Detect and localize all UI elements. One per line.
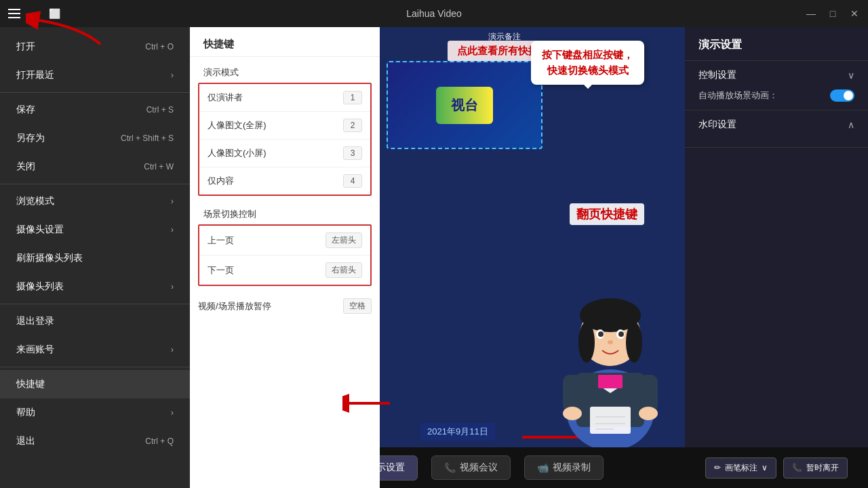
video-area: 演示备注 点此查看所有快捷方式 视台 按下键盘相应按键，快速切换镜头模式 翻页快… xyxy=(380,27,685,488)
sidebar-item-account[interactable]: 来画账号 › xyxy=(0,336,190,364)
watermark-settings-title: 水印设置 xyxy=(698,119,736,131)
svg-rect-15 xyxy=(639,375,658,412)
sidebar-item-camera-list[interactable]: 摄像头列表 › xyxy=(0,272,190,301)
sidebar-item-camera-settings-arrow: › xyxy=(171,225,174,235)
shortcut-fullscreen-key: 2 xyxy=(343,119,362,132)
presenter-character xyxy=(549,274,671,451)
sidebar: 打开 Ctrl + O 打开最近 › 保存 Ctrl + S 另存为 Ctrl … xyxy=(0,27,190,488)
shortcut-presenter-only-key: 1 xyxy=(343,91,362,104)
presentation-mode-group: 仅演讲者 1 人像图文(全屏) 2 人像图文(小屏) 3 仅内容 4 xyxy=(198,83,372,196)
phone-leave-icon: 📞 xyxy=(792,463,802,472)
sidebar-item-camera-list-label: 摄像头列表 xyxy=(16,281,64,293)
draw-arrow-icon: ∨ xyxy=(762,463,768,472)
scene-control-group: 上一页 左箭头 下一页 右箭头 xyxy=(198,224,372,286)
sidebar-item-browse-label: 浏览模式 xyxy=(16,195,54,207)
close-button[interactable]: ✕ xyxy=(849,8,860,19)
sidebar-item-open-recent[interactable]: 打开最近 › xyxy=(0,61,190,89)
presentation-mode-title: 演示模式 xyxy=(190,60,380,83)
sidebar-item-save-as-label: 另存为 xyxy=(16,132,45,144)
shortcut-presenter-only[interactable]: 仅演讲者 1 xyxy=(199,84,370,112)
speech-bubble: 按下键盘相应按键，快速切换镜头模式 xyxy=(531,41,644,85)
slide-content: 视台 xyxy=(387,61,542,149)
sidebar-item-save-as-shortcut: Ctrl + Shift + S xyxy=(121,134,174,143)
sidebar-item-camera-settings[interactable]: 摄像头设置 › xyxy=(0,216,190,244)
shortcuts-panel-arrow xyxy=(342,390,397,417)
auto-play-row: 自动播放场景动画： xyxy=(698,89,854,102)
sidebar-item-refresh-cameras-label: 刷新摄像头列表 xyxy=(16,252,83,264)
record-label: 视频录制 xyxy=(553,462,591,474)
speech-bubble-text: 按下键盘相应按键，快速切换镜头模式 xyxy=(542,47,633,78)
svg-point-11 xyxy=(608,340,613,344)
menu-divider-1 xyxy=(0,92,190,93)
video-meeting-button[interactable]: 📞 视频会议 xyxy=(431,455,511,480)
menu-divider-3 xyxy=(0,304,190,304)
shortcut-prev-page[interactable]: 上一页 左箭头 xyxy=(199,226,370,256)
shortcut-content-only-key: 4 xyxy=(343,174,362,188)
auto-play-toggle[interactable] xyxy=(830,89,854,102)
draw-icon: ✏ xyxy=(714,463,721,472)
sidebar-item-camera-settings-label: 摄像头设置 xyxy=(16,224,64,236)
svg-point-16 xyxy=(563,407,582,420)
speech-bubble-tail xyxy=(584,85,592,93)
record-icon: 📹 xyxy=(537,462,549,473)
sidebar-item-camera-list-arrow: › xyxy=(171,282,174,291)
control-settings-header: 控制设置 ∨ xyxy=(698,69,854,81)
slide-banner: 视台 xyxy=(436,87,493,124)
record-button[interactable]: 📹 视频录制 xyxy=(524,455,604,480)
shortcuts-panel: 点此查看所有快捷方式 快捷键 演示模式 仅演讲者 1 人像图文(全屏) 2 人像… xyxy=(190,27,380,488)
svg-point-10 xyxy=(618,331,624,337)
watermark-settings-arrow[interactable]: ∧ xyxy=(848,119,854,130)
sidebar-item-account-label: 来画账号 xyxy=(16,344,54,356)
sidebar-item-open-shortcut: Ctrl + O xyxy=(145,42,174,52)
shortcut-video-pause[interactable]: 视频/场景播放暂停 空格 xyxy=(198,291,372,321)
sidebar-item-save-shortcut: Ctrl + S xyxy=(146,105,174,115)
sidebar-item-close[interactable]: 关闭 Ctrl + W xyxy=(0,152,190,181)
sidebar-item-shortcuts[interactable]: 快捷键 xyxy=(0,370,190,399)
leave-label: 暂时离开 xyxy=(806,462,839,474)
control-settings-arrow[interactable]: ∨ xyxy=(848,70,854,81)
control-settings-section: 控制设置 ∨ 自动播放场景动画： xyxy=(685,61,868,110)
sidebar-item-help-label: 帮助 xyxy=(16,407,35,419)
menu-divider-2 xyxy=(0,184,190,184)
shortcut-smallscreen[interactable]: 人像图文(小屏) 3 xyxy=(199,140,370,167)
svg-rect-18 xyxy=(590,407,631,434)
shortcut-fullscreen[interactable]: 人像图文(全屏) 2 xyxy=(199,112,370,140)
presenter-svg xyxy=(549,274,671,451)
sidebar-item-quit-shortcut: Ctrl + Q xyxy=(145,436,174,446)
video-pause-item: 视频/场景播放暂停 空格 xyxy=(198,291,372,321)
svg-point-6 xyxy=(626,322,642,363)
draw-button[interactable]: ✏ 画笔标注 ∨ xyxy=(705,458,776,479)
shortcut-next-page-label: 下一页 xyxy=(208,264,234,277)
shortcuts-panel-header: 快捷键 xyxy=(190,27,380,57)
sidebar-item-shortcuts-label: 快捷键 xyxy=(16,378,45,390)
sidebar-item-save-as[interactable]: 另存为 Ctrl + Shift + S xyxy=(0,124,190,152)
sidebar-item-save[interactable]: 保存 Ctrl + S xyxy=(0,96,190,124)
sidebar-item-browse[interactable]: 浏览模式 › xyxy=(0,187,190,216)
svg-point-17 xyxy=(639,407,658,420)
maximize-button[interactable]: □ xyxy=(827,8,838,19)
watermark-settings-header: 水印设置 ∧ xyxy=(698,119,854,131)
sidebar-item-help[interactable]: 帮助 › xyxy=(0,399,190,427)
minimize-button[interactable]: — xyxy=(806,8,816,19)
sidebar-item-refresh-cameras[interactable]: 刷新摄像头列表 xyxy=(0,244,190,272)
leave-button[interactable]: 📞 暂时离开 xyxy=(783,458,848,479)
shortcut-content-only[interactable]: 仅内容 4 xyxy=(199,167,370,195)
hamburger-menu-icon[interactable] xyxy=(8,9,20,18)
scene-control-title: 场景切换控制 xyxy=(190,201,380,224)
right-panel: 演示设置 控制设置 ∨ 自动播放场景动画： 水印设置 ∧ xyxy=(685,27,868,488)
right-panel-title: 演示设置 xyxy=(685,27,868,61)
sidebar-item-quit[interactable]: 退出 Ctrl + Q xyxy=(0,427,190,455)
sidebar-item-logout[interactable]: 退出登录 xyxy=(0,307,190,336)
svg-point-9 xyxy=(598,331,604,337)
shortcut-next-page[interactable]: 下一页 右箭头 xyxy=(199,256,370,285)
title-bar-right: — □ ✕ xyxy=(806,8,860,19)
shortcut-fullscreen-label: 人像图文(全屏) xyxy=(208,119,267,131)
draw-label: 画笔标注 xyxy=(725,462,757,474)
shortcut-prev-page-key: 左箭头 xyxy=(326,232,362,248)
control-settings-title: 控制设置 xyxy=(698,69,736,81)
svg-point-5 xyxy=(578,322,595,363)
main-area: 打开 Ctrl + O 打开最近 › 保存 Ctrl + S 另存为 Ctrl … xyxy=(0,27,868,488)
hamburger-arrow xyxy=(26,7,107,47)
shortcut-next-page-key: 右箭头 xyxy=(326,262,362,278)
shortcut-smallscreen-label: 人像图文(小屏) xyxy=(208,147,267,159)
